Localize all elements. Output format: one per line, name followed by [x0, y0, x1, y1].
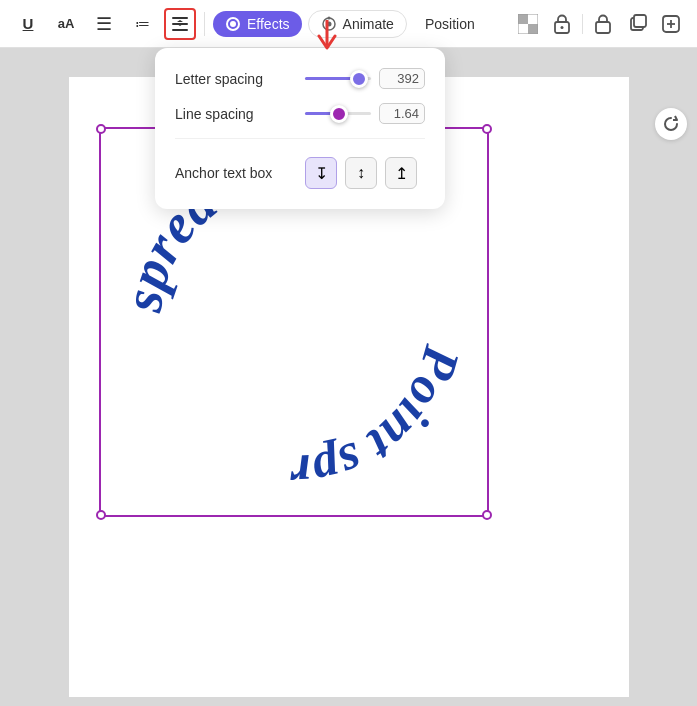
svg-point-9 [327, 16, 330, 19]
red-arrow-icon [315, 20, 339, 50]
separator-1 [204, 12, 205, 36]
top-right-icons [514, 10, 685, 38]
top-separator [582, 14, 583, 34]
svg-rect-17 [634, 15, 646, 27]
list-button[interactable]: ≔ [126, 8, 158, 40]
spacing-dropdown: Letter spacing 392 Line spacing 1.64 Anc… [155, 48, 445, 209]
anchor-row: Anchor text box ↧ ↕ ↥ [175, 157, 425, 189]
line-spacing-slider[interactable] [305, 104, 371, 124]
lock-icon [553, 14, 571, 34]
rotate-button[interactable] [655, 108, 687, 140]
svg-rect-0 [172, 17, 188, 19]
letter-spacing-label: Letter spacing [175, 71, 305, 87]
anchor-bottom-button[interactable]: ↥ [385, 157, 417, 189]
letter-spacing-slider[interactable] [305, 69, 371, 89]
anchor-icons: ↧ ↕ ↥ [305, 157, 417, 189]
svg-text:Point spr: Point spr [288, 339, 471, 502]
rotate-icon [662, 115, 680, 133]
anchor-top-button[interactable]: ↧ [305, 157, 337, 189]
lock-2-button[interactable] [589, 10, 617, 38]
letter-spacing-row: Letter spacing 392 [175, 68, 425, 89]
align-left-button[interactable]: ☰ [88, 8, 120, 40]
divider [175, 138, 425, 139]
underline-button[interactable]: U [12, 8, 44, 40]
add-icon [661, 14, 681, 34]
add-button[interactable] [657, 10, 685, 38]
spacing-icon [170, 14, 190, 34]
line-spacing-input[interactable]: 1.64 [379, 103, 425, 124]
line-spacing-row: Line spacing 1.64 [175, 103, 425, 124]
effects-icon [225, 16, 241, 32]
checkerboard-icon [518, 14, 538, 34]
letter-spacing-input[interactable]: 392 [379, 68, 425, 89]
font-size-button[interactable]: aA [50, 8, 82, 40]
duplicate-icon [627, 14, 647, 34]
line-spacing-track [305, 112, 371, 115]
position-button[interactable]: Position [413, 11, 487, 37]
arrow-indicator [315, 20, 339, 54]
right-tools [655, 108, 687, 140]
svg-point-6 [230, 21, 236, 27]
svg-marker-3 [177, 20, 183, 22]
checkerboard-button[interactable] [514, 10, 542, 38]
duplicate-button[interactable] [623, 10, 651, 38]
anchor-label: Anchor text box [175, 165, 305, 181]
line-spacing-label: Line spacing [175, 106, 305, 122]
svg-point-14 [561, 26, 564, 29]
letter-spacing-thumb[interactable] [350, 70, 368, 88]
effects-button[interactable]: Effects [213, 11, 302, 37]
svg-rect-11 [528, 24, 538, 34]
anchor-middle-button[interactable]: ↕ [345, 157, 377, 189]
lock-2-icon [594, 14, 612, 34]
svg-rect-10 [518, 14, 528, 24]
letter-spacing-track [305, 77, 371, 80]
toolbar: U aA ☰ ≔ Effects Animate Po [0, 0, 697, 48]
line-spacing-thumb[interactable] [330, 105, 348, 123]
svg-rect-2 [172, 29, 188, 31]
spacing-button[interactable] [164, 8, 196, 40]
svg-rect-15 [596, 22, 610, 33]
lock-button[interactable] [548, 10, 576, 38]
